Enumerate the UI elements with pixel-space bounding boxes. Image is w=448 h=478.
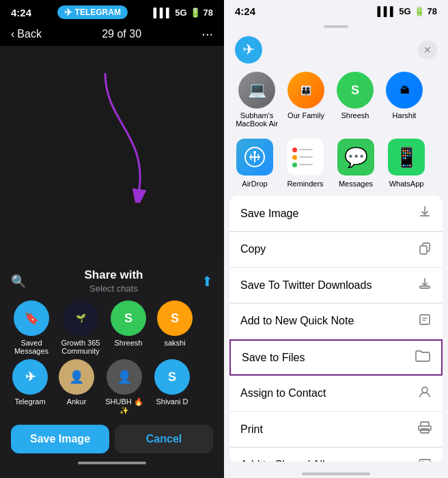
assign-contact-action[interactable]: Assign to Contact: [229, 376, 443, 412]
copy-action[interactable]: Copy: [229, 232, 443, 268]
telegram-badge: ✈ TELEGRAM: [57, 5, 128, 19]
search-icon[interactable]: 🔍: [11, 274, 26, 289]
svg-point-7: [422, 387, 428, 393]
home-bar-right: [302, 473, 370, 475]
home-bar: [78, 462, 146, 464]
contacts-grid: 🔖 Saved Messages 🌱 Growth 365 Community …: [11, 300, 213, 355]
contact-name: Ankur: [67, 397, 87, 406]
contact-name: Shreesh: [115, 339, 143, 347]
sheet-header: ✈ ✕: [224, 31, 448, 66]
print-action[interactable]: Print: [229, 412, 443, 447]
contact-family[interactable]: 👨‍👩‍👦 Our Family: [284, 72, 328, 128]
shreesh-name: Shreesh: [341, 111, 369, 120]
status-bar-left: 4:24 ✈ TELEGRAM ▌▌▌ 5G 🔋 78: [0, 0, 224, 22]
actions-list: Save Image Copy: [229, 196, 443, 462]
left-panel: 4:24 ✈ TELEGRAM ▌▌▌ 5G 🔋 78 ‹ Back 29 of…: [0, 0, 224, 478]
copy-icon: [418, 241, 432, 258]
macbook-name: Subham's MacBook Air: [235, 111, 279, 128]
save-twitter-action[interactable]: Save To Twitter Downloads: [229, 268, 443, 303]
battery-pct-right: 78: [428, 6, 437, 16]
airdrop-app[interactable]: AirDrop: [235, 139, 275, 188]
reminders-app[interactable]: Reminders: [285, 139, 325, 188]
contact-growth[interactable]: 🌱 Growth 365 Community: [60, 300, 101, 355]
signal-icon: ▌▌▌: [154, 8, 173, 18]
contact-name: Shivani D: [156, 397, 188, 406]
network-type-right: 5G: [399, 6, 410, 16]
shared-album-icon: [418, 457, 432, 462]
contact-shreesh[interactable]: S Shreesh: [109, 300, 148, 355]
folder-icon: [415, 350, 430, 365]
arrow-overlay: [92, 66, 160, 206]
contacts-grid-2: ✈ Telegram 👤 Ankur 👤 SHUBH 🔥✨ S Shivani …: [11, 359, 213, 415]
save-image-icon: [418, 205, 432, 222]
svg-rect-5: [420, 286, 430, 288]
contact-sakshi[interactable]: S sakshi: [156, 300, 194, 355]
save-image-button[interactable]: Save Image: [11, 425, 109, 453]
network-type-left: 5G: [175, 8, 186, 18]
share-title: Share with: [85, 268, 143, 282]
macbook-avatar: 💻: [238, 72, 275, 109]
signal-icon-right: ▌▌▌: [378, 6, 397, 16]
contact-name: Growth 365 Community: [60, 339, 101, 355]
print-icon: [418, 421, 432, 438]
time-right: 4:24: [235, 5, 255, 17]
drag-handle: [324, 25, 348, 28]
status-icons-right: ▌▌▌ 5G 🔋 78: [378, 6, 437, 16]
svg-rect-6: [420, 315, 430, 324]
share-contacts-row: 💻 Subham's MacBook Air 👨‍👩‍👦 Our Family …: [224, 66, 448, 133]
whatsapp-icon: 📱: [388, 139, 425, 175]
assign-contact-label: Assign to Contact: [240, 387, 326, 399]
contact-name: Telegram: [14, 397, 45, 406]
svg-point-11: [421, 462, 424, 462]
shreesh-avatar: S: [337, 72, 374, 109]
whatsapp-label: WhatsApp: [389, 180, 424, 188]
contact-saved-messages[interactable]: 🔖 Saved Messages: [11, 300, 52, 355]
share-action-buttons: Save Image Cancel: [11, 425, 213, 453]
contact-harshit[interactable]: 🏔 Harshit: [382, 72, 426, 128]
export-icon[interactable]: ⬆: [201, 273, 213, 290]
contact-name: Saved Messages: [11, 339, 52, 355]
cancel-button[interactable]: Cancel: [115, 425, 213, 453]
whatsapp-app[interactable]: 📱 WhatsApp: [387, 139, 426, 188]
download-icon: [418, 277, 432, 294]
home-indicator-left: [11, 453, 213, 467]
more-button[interactable]: ···: [201, 26, 213, 42]
contact-shubh[interactable]: 👤 SHUBH 🔥✨: [104, 359, 145, 415]
svg-rect-8: [421, 422, 429, 426]
close-button[interactable]: ✕: [418, 40, 437, 59]
contact-avatar: S: [154, 359, 190, 395]
page-count: 29 of 30: [102, 28, 141, 40]
contact-avatar: S: [157, 300, 193, 336]
contact-telegram[interactable]: ✈ Telegram: [11, 359, 49, 415]
contact-avatar: S: [111, 300, 146, 336]
family-name: Our Family: [288, 111, 324, 120]
save-files-highlighted: Save to Files: [229, 339, 443, 376]
messages-app[interactable]: 💬 Messages: [336, 139, 376, 188]
battery-pct-left: 78: [204, 8, 213, 18]
quick-note-label: Add to New Quick Note: [240, 315, 354, 327]
status-bar-right: 4:24 ▌▌▌ 5G 🔋 78: [224, 0, 448, 20]
nav-bar-left: ‹ Back 29 of 30 ···: [0, 22, 224, 46]
messages-icon: 💬: [337, 139, 374, 175]
quick-note-action[interactable]: Add to New Quick Note: [229, 304, 443, 339]
reminders-label: Reminders: [287, 180, 323, 188]
contact-macbook[interactable]: 💻 Subham's MacBook Air: [235, 72, 279, 128]
save-image-label: Save Image: [240, 208, 298, 220]
share-subtitle: Select chats: [85, 283, 143, 294]
telegram-app-icon: ✈: [235, 36, 262, 64]
shared-album-label: Add to Shared Album: [240, 459, 344, 462]
contact-ankur[interactable]: 👤 Ankur: [57, 359, 96, 415]
quick-note-icon: [418, 313, 432, 330]
contact-avatar: ✈: [12, 359, 48, 395]
save-files-action[interactable]: Save to Files: [231, 341, 441, 374]
contact-shivani[interactable]: S Shivani D: [153, 359, 191, 415]
battery-icon-right: 🔋: [414, 6, 425, 16]
reminders-icon: [287, 139, 324, 175]
shared-album-action[interactable]: Add to Shared Album: [229, 448, 443, 462]
ios-share-sheet: ✈ ✕ 💻 Subham's MacBook Air 👨‍👩‍👦 Our Fam…: [224, 20, 448, 478]
contact-avatar: 👤: [59, 359, 94, 395]
save-files-label: Save to Files: [242, 352, 305, 364]
back-button[interactable]: ‹ Back: [11, 28, 42, 40]
save-image-action[interactable]: Save Image: [229, 196, 443, 231]
contact-shreesh-right[interactable]: S Shreesh: [333, 72, 377, 128]
